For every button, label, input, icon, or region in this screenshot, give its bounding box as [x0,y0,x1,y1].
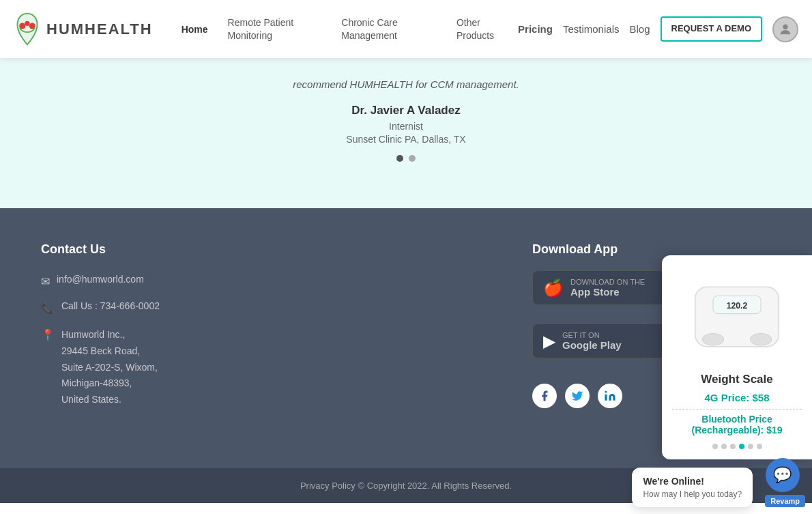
nav-other[interactable]: Other Products [448,11,518,46]
navbar: HUMHEALTH Home Remote Patient Monitoring… [0,0,812,58]
phone-icon: 📞 [41,302,55,315]
nav-home[interactable]: Home [173,18,216,40]
chat-widget: We're Online! How may I help you today? … [632,458,812,514]
nav-links: Home Remote Patient Monitoring Chronic C… [173,11,518,46]
address-line1: Humworld Inc., [61,329,125,340]
product-card: 120.2 Weight Scale 4G Price: $58 Bluetoo… [662,255,812,459]
weight-scale-image: 120.2 [689,269,785,365]
location-icon: 📍 [41,328,55,341]
user-icon [778,22,793,37]
card-dot-6[interactable] [757,444,762,449]
footer-email-item: ✉ info@humworld.com [41,274,532,288]
product-price-bt: Bluetooth Price (Rechargeable): $19 [672,414,802,436]
footer-download-title: Download App [532,242,771,257]
product-image: 120.2 [672,269,802,365]
testimonial-dot-2[interactable] [409,155,416,162]
testimonial-location: Sunset Clinic PA, Dallas, TX [14,134,798,145]
testimonial-name: Dr. Javier A Valadez [14,104,798,117]
svg-point-1 [25,20,29,25]
chat-subtitle: How may I help you today? [643,489,742,499]
nav-blog[interactable]: Blog [629,23,650,35]
card-dot-2[interactable] [721,444,727,449]
product-price-4g: 4G Price: $58 [672,392,802,410]
testimonial-text: recommend HUMHEALTH for CCM management. [167,78,645,90]
google-play-button[interactable]: ▶ GET IT ON Google Play [532,324,669,358]
address-line5: United States. [61,394,121,405]
google-btn-text: GET IT ON Google Play [562,331,622,351]
footer-left: Contact Us ✉ info@humworld.com 📞 Call Us… [41,242,532,420]
nav-right: Pricing Testimonials Blog REQUEST A DEMO [518,16,798,42]
footer-email[interactable]: info@humworld.com [57,274,144,285]
card-dots [672,444,802,449]
card-dot-4[interactable] [739,444,744,449]
address-line2: 29445 Beck Road, [61,345,140,356]
google-play-small: GET IT ON [562,331,622,339]
google-play-large: Google Play [562,339,622,351]
email-icon: ✉ [41,275,50,288]
chat-bubble: We're Online! How may I help you today? [632,468,753,507]
card-dot-1[interactable] [712,444,718,449]
apple-store-button[interactable]: 🍎 DOWNLOAD ON THE App Store [532,270,669,305]
nav-ccm[interactable]: Chronic Care Management [333,11,445,46]
address-line4: Michigan-48393, [61,377,132,388]
logo-icon [14,12,41,46]
apple-store-large: App Store [570,286,645,298]
svg-point-3 [783,24,787,29]
twitter-icon[interactable] [565,384,590,408]
svg-point-4 [605,391,607,393]
user-avatar[interactable] [772,16,798,42]
svg-point-9 [750,334,772,346]
apple-btn-text: DOWNLOAD ON THE App Store [570,278,645,298]
revamp-badge: Revamp [765,495,805,507]
apple-store-small: DOWNLOAD ON THE [570,278,645,286]
footer-phone: Call Us : 734-666-0002 [61,300,160,311]
svg-text:120.2: 120.2 [727,301,748,311]
testimonial-section: recommend HUMHEALTH for CCM management. … [0,58,812,208]
chat-avatar[interactable]: 💬 [766,458,800,492]
footer-contact-title: Contact Us [41,242,532,257]
request-demo-button[interactable]: REQUEST A DEMO [661,16,763,42]
chat-person-icon: 💬 [773,466,792,484]
testimonial-dots [14,155,798,162]
footer-phone-item: 📞 Call Us : 734-666-0002 [41,300,532,315]
facebook-icon[interactable] [532,384,557,408]
address-line3: Suite A-202-S, Wixom, [61,362,158,373]
logo-text: HUMHEALTH [46,20,153,38]
nav-rpm[interactable]: Remote Patient Monitoring [220,11,330,46]
nav-pricing[interactable]: Pricing [518,23,553,35]
nav-logo[interactable]: HUMHEALTH [14,12,153,46]
product-name: Weight Scale [672,373,802,386]
footer-address: Humworld Inc., 29445 Beck Road, Suite A-… [61,327,158,408]
linkedin-icon[interactable] [598,384,622,408]
chat-title: We're Online! [643,476,742,487]
nav-testimonials[interactable]: Testimonials [563,23,620,35]
google-play-icon: ▶ [543,332,555,351]
card-dot-3[interactable] [730,444,736,449]
apple-icon: 🍎 [543,279,564,298]
footer-address-item: 📍 Humworld Inc., 29445 Beck Road, Suite … [41,327,532,408]
testimonial-title: Internist [14,121,798,132]
svg-point-8 [702,334,724,346]
card-dot-5[interactable] [748,444,753,449]
copyright-text: Privacy Policy © Copyright 2022. All Rig… [300,481,512,491]
testimonial-dot-1[interactable] [396,155,403,162]
